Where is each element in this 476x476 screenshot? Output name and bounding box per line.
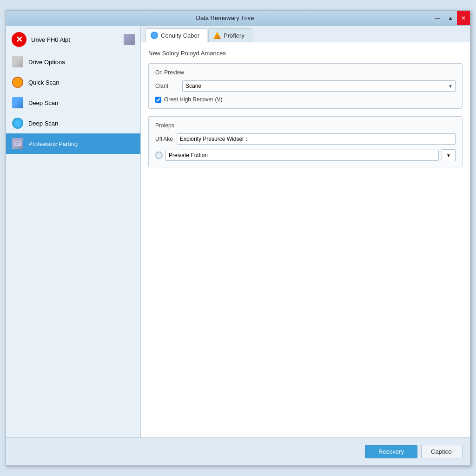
content-area: New Solory Poloyd Amances On Preview Cla… [141, 42, 470, 437]
ufl-input[interactable] [177, 133, 456, 145]
sidebar-item-quick-scan[interactable]: Quick Scan [6, 72, 140, 93]
sidebar-item-label: Profewaric Parting [28, 140, 78, 147]
sidebar-item-deep-scan-1[interactable]: Deep Scan [6, 93, 140, 113]
window-title: Data Remewary Trive [19, 14, 431, 21]
svg-rect-0 [14, 141, 21, 146]
main-window: Data Remewary Trive — ▲ ✕ ✕ Urive FH0 Al… [6, 10, 470, 466]
section-title: New Solory Poloyd Amances [148, 50, 463, 57]
title-bar-controls: — ▲ ✕ [431, 11, 470, 25]
group-on-preview: On Preview Clant Scane Option 2 Option 3… [148, 63, 463, 109]
deep-scan2-icon [12, 117, 24, 129]
sidebar-item-label: Deep Scan [28, 99, 58, 106]
sidebar: ✕ Urive FH0 Alpt Drive Options Quick Sca… [6, 26, 141, 437]
close-button[interactable]: ✕ [457, 11, 470, 25]
oreet-checkbox[interactable] [155, 97, 161, 103]
sidebar-header-label: Urive FH0 Alpt [31, 36, 70, 43]
preivate-input[interactable] [165, 150, 439, 161]
clant-select-wrapper: Scane Option 2 Option 3 ▼ [182, 80, 456, 92]
minimize-button[interactable]: — [431, 11, 444, 25]
quick-scan-icon [12, 76, 24, 88]
deep-scan-icon [12, 97, 24, 109]
radio-icon [155, 152, 163, 159]
ufl-label: Ufl Ake [155, 136, 173, 142]
radio-row: ▼ [155, 149, 456, 161]
window-body: ✕ Urive FH0 Alpt Drive Options Quick Sca… [6, 26, 470, 437]
checkbox-row: Oreet High Recover (V) [155, 96, 456, 103]
clant-field-row: Clant Scane Option 2 Option 3 ▼ [155, 80, 456, 92]
dropdown-button[interactable]: ▼ [442, 149, 456, 161]
title-bar: Data Remewary Trive — ▲ ✕ [6, 11, 470, 26]
ufl-row: Ufl Ake [155, 133, 456, 145]
sidebar-header: ✕ Urive FH0 Alpt [6, 27, 140, 52]
checkbox-label: Oreet High Recover (V) [164, 96, 222, 103]
header-close-icon: ✕ [12, 32, 26, 47]
tab-icon-orange [213, 32, 221, 39]
drive-options-icon [12, 56, 24, 68]
sidebar-item-label: Deep Scan [28, 120, 58, 127]
clant-select[interactable]: Scane Option 2 Option 3 [182, 80, 456, 92]
maximize-button[interactable]: ▲ [444, 11, 457, 25]
bottom-bar: Recovery Capticel [6, 437, 470, 465]
group-label-on-preview: On Preview [155, 69, 456, 76]
sidebar-item-label: Drive Options [28, 59, 65, 66]
tab-conulty-caber[interactable]: Conulty Caber [145, 28, 207, 42]
group-proleps: Proleps Ufl Ake ▼ [148, 116, 463, 167]
prof-icon [12, 138, 24, 150]
clant-label: Clant [155, 83, 178, 89]
tab-label: Profiery [224, 32, 245, 39]
tab-icon-blue [151, 32, 158, 39]
sidebar-item-prof-parting[interactable]: Profewaric Parting [6, 133, 140, 154]
sidebar-item-deep-scan-2[interactable]: Deep Scan [6, 113, 140, 133]
main-content: Conulty Caber Profiery New Solory Poloyd… [141, 26, 470, 437]
sidebar-item-drive-options[interactable]: Drive Options [6, 52, 140, 72]
sidebar-item-label: Quick Scan [28, 79, 59, 86]
tabs-bar: Conulty Caber Profiery [141, 26, 470, 42]
sidebar-header-icon2 [124, 34, 135, 45]
tab-label: Conulty Caber [161, 32, 199, 39]
group-label-proleps: Proleps [155, 122, 456, 129]
tab-profiery[interactable]: Profiery [208, 28, 252, 42]
recovery-button[interactable]: Recovery [365, 445, 417, 458]
cancel-button[interactable]: Capticel [421, 445, 463, 458]
